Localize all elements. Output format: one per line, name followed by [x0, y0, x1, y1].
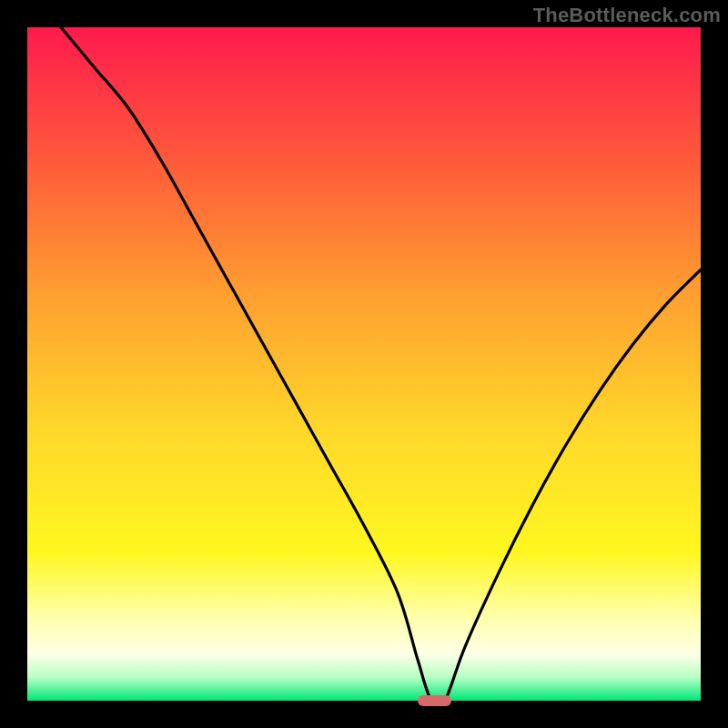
- chart-frame: TheBottleneck.com: [0, 0, 728, 728]
- attribution-label: TheBottleneck.com: [533, 4, 721, 27]
- plot-area: [27, 27, 701, 701]
- minimum-marker: [418, 695, 451, 706]
- bottleneck-curve: [27, 27, 701, 701]
